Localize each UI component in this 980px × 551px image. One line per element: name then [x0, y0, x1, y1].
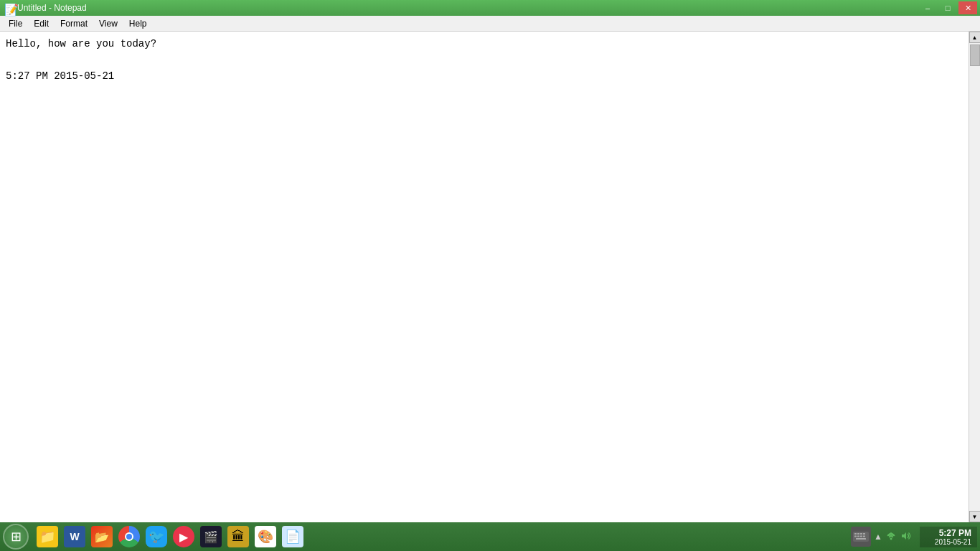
svg-rect-2 [857, 533, 859, 534]
taskbar-icon-word[interactable]: W [62, 524, 88, 550]
window-title: Untitled - Notepad [17, 3, 87, 13]
svg-rect-3 [860, 533, 862, 534]
tray-chevron[interactable]: ▲ [874, 532, 882, 542]
maximize-button[interactable]: □ [938, 1, 957, 14]
scroll-up-arrow[interactable]: ▲ [969, 32, 981, 43]
title-bar: 📝 Untitled - Notepad – □ ✕ [0, 0, 980, 16]
clock-time: 5:27 PM [925, 528, 971, 538]
menu-bar: File Edit Format View Help [0, 16, 980, 32]
taskbar-clock[interactable]: 5:27 PM 2015-05-21 [920, 527, 977, 547]
svg-rect-6 [857, 536, 859, 537]
taskbar-icon-video[interactable]: 🎬 [198, 524, 224, 550]
editor-container: Hello, how are you today? 5:27 PM 2015-0… [0, 32, 980, 522]
menu-file[interactable]: File [3, 17, 28, 30]
minimize-button[interactable]: – [918, 1, 937, 14]
svg-rect-7 [860, 536, 862, 537]
window-controls: – □ ✕ [918, 1, 977, 14]
title-bar-left: 📝 Untitled - Notepad [4, 3, 87, 13]
taskbar-right: ▲ 5:27 PM 2015-05-21 [845, 527, 977, 547]
taskbar-icon-paint[interactable]: 🎨 [253, 524, 278, 550]
taskbar: ⊞ 📁 W 📂 🐦 ▶ [0, 522, 980, 551]
svg-rect-5 [854, 536, 857, 537]
taskbar-icon-notepad[interactable]: 📄 [280, 524, 306, 550]
system-tray: ▲ [845, 527, 917, 547]
taskbar-icon-game[interactable]: 🏛 [225, 524, 251, 550]
svg-rect-9 [856, 538, 866, 540]
menu-view[interactable]: View [93, 17, 123, 30]
scroll-thumb[interactable] [970, 44, 980, 66]
menu-help[interactable]: Help [123, 17, 153, 30]
taskbar-icons: 📁 W 📂 🐦 ▶ 🎬 [34, 524, 306, 550]
app-icon: 📝 [4, 3, 14, 13]
svg-point-10 [890, 537, 892, 540]
editor-text-area[interactable]: Hello, how are you today? 5:27 PM 2015-0… [0, 32, 980, 88]
menu-format[interactable]: Format [55, 17, 93, 30]
taskbar-icon-chrome[interactable] [116, 524, 142, 550]
svg-rect-4 [863, 533, 865, 534]
network-icon[interactable] [885, 530, 897, 544]
keyboard-icon[interactable] [851, 527, 871, 547]
taskbar-icon-folder[interactable]: 📂 [89, 524, 115, 550]
taskbar-icon-blue-app[interactable]: 🐦 [143, 524, 169, 550]
svg-rect-1 [854, 533, 857, 534]
vertical-scrollbar[interactable]: ▲ ▼ [969, 32, 980, 522]
close-button[interactable]: ✕ [958, 1, 977, 14]
taskbar-icon-explorer[interactable]: 📁 [34, 524, 60, 550]
taskbar-icon-media[interactable]: ▶ [171, 524, 197, 550]
menu-edit[interactable]: Edit [28, 17, 55, 30]
volume-icon[interactable] [900, 530, 911, 544]
start-button[interactable]: ⊞ [3, 524, 29, 550]
scroll-down-arrow[interactable]: ▼ [969, 511, 981, 522]
svg-rect-8 [863, 536, 865, 537]
clock-date: 2015-05-21 [925, 538, 971, 546]
